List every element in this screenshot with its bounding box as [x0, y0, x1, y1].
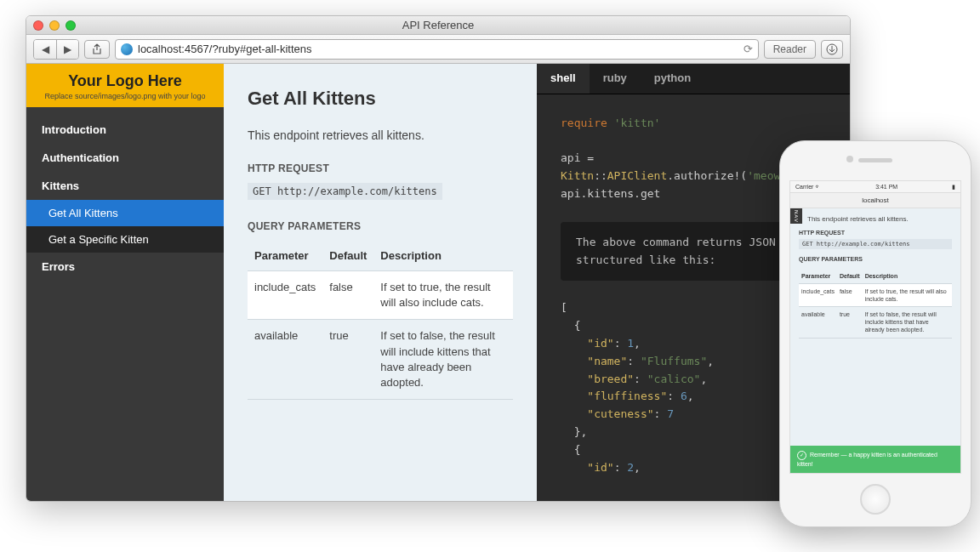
th-default: Default: [322, 241, 373, 271]
share-button[interactable]: [84, 40, 110, 59]
phone-screen: Carrier ᯤ 3:41 PM ▮ localhost NAV This e…: [789, 180, 961, 474]
tab-ruby[interactable]: ruby: [590, 64, 641, 94]
download-icon: [826, 43, 838, 55]
phone-th-desc: Description: [863, 269, 952, 284]
phone-http-label: HTTP REQUEST: [799, 230, 952, 236]
params-table: Parameter Default Description include_ca…: [248, 241, 513, 400]
back-button[interactable]: ◀: [34, 40, 56, 59]
phone-cell: false: [837, 284, 863, 307]
cell-default: true: [322, 320, 373, 400]
tab-python[interactable]: python: [641, 64, 704, 94]
cell-desc: If set to false, the result will include…: [373, 320, 513, 400]
url-bar[interactable]: localhost:4567/?ruby#get-all-kittens ⟳: [115, 39, 759, 60]
phone-nav-toggle[interactable]: NAV: [790, 208, 802, 224]
phone-th-default: Default: [837, 269, 863, 284]
cell-param: include_cats: [248, 271, 322, 320]
phone-cell: If set to false, the result will include…: [863, 307, 952, 338]
cell-default: false: [322, 271, 373, 320]
sidebar: Your Logo Here Replace source/images/log…: [26, 64, 224, 501]
phone-th-param: Parameter: [799, 269, 837, 284]
sidebar-subitem-get-all-kittens[interactable]: Get All Kittens: [26, 200, 224, 226]
content-panel: Get All Kittens This endpoint retrieves …: [224, 64, 537, 501]
forward-button[interactable]: ▶: [56, 40, 78, 59]
sidebar-subitem-get-specific-kitten[interactable]: Get a Specific Kitten: [26, 226, 224, 253]
share-icon: [91, 43, 103, 55]
phone-speaker-icon: [858, 158, 892, 162]
phone-battery-icon: ▮: [952, 184, 955, 191]
url-text: localhost:4567/?ruby#get-all-kittens: [138, 43, 738, 55]
http-request-label: HTTP REQUEST: [248, 162, 513, 174]
phone-row: include_cats false If set to true, the r…: [799, 284, 952, 307]
phone-addressbar[interactable]: localhost: [790, 193, 960, 208]
browser-window: API Reference ◀ ▶ localhost:4567/?ruby#g…: [26, 15, 851, 502]
logo-subtitle: Replace source/images/logo.png with your…: [33, 92, 217, 100]
th-parameter: Parameter: [248, 241, 322, 271]
phone-params-table: Parameter Default Description include_ca…: [799, 269, 952, 339]
query-params-label: QUERY PARAMETERS: [248, 220, 513, 232]
nav-buttons: ◀ ▶: [33, 39, 79, 60]
phone-http-code: GET http://example.com/kittens: [799, 239, 952, 249]
phone-content: This endpoint retrieves all kittens. HTT…: [790, 208, 960, 345]
logo-box: Your Logo Here Replace source/images/log…: [26, 64, 224, 107]
logo-title: Your Logo Here: [33, 72, 217, 90]
titlebar: API Reference: [26, 16, 850, 35]
sidebar-item-kittens[interactable]: Kittens: [26, 172, 224, 200]
phone-cell: include_cats: [799, 284, 837, 307]
sidebar-item-errors[interactable]: Errors: [26, 253, 224, 281]
iphone-mockup: Carrier ᯤ 3:41 PM ▮ localhost NAV This e…: [779, 140, 971, 527]
intro-text: This endpoint retrieves all kittens.: [248, 128, 513, 142]
cell-param: available: [248, 320, 322, 400]
window-title: API Reference: [26, 19, 850, 31]
phone-row: available true If set to false, the resu…: [799, 307, 952, 338]
sidebar-item-authentication[interactable]: Authentication: [26, 144, 224, 172]
phone-query-label: QUERY PARAMETERS: [799, 256, 952, 262]
th-description: Description: [373, 241, 513, 271]
phone-success-banner: Remember — a happy kitten is an authenti…: [790, 446, 960, 473]
page-heading: Get All Kittens: [248, 88, 513, 110]
browser-toolbar: ◀ ▶ localhost:4567/?ruby#get-all-kittens…: [26, 35, 850, 64]
viewport: Your Logo Here Replace source/images/log…: [26, 64, 850, 501]
reload-inline-button[interactable]: ⟳: [744, 43, 753, 55]
phone-statusbar: Carrier ᯤ 3:41 PM ▮: [790, 181, 960, 193]
phone-intro: This endpoint retrieves all kittens.: [807, 215, 952, 223]
sidebar-item-introduction[interactable]: Introduction: [26, 116, 224, 144]
phone-home-button[interactable]: [860, 484, 891, 515]
table-row: available true If set to false, the resu…: [248, 320, 513, 400]
phone-cell: available: [799, 307, 837, 338]
tab-shell[interactable]: shell: [537, 64, 590, 94]
downloads-button[interactable]: [821, 40, 843, 59]
phone-camera-icon: [846, 156, 853, 162]
reader-button[interactable]: Reader: [764, 40, 816, 59]
sidebar-nav: Introduction Authentication Kittens Get …: [26, 107, 224, 281]
phone-cell: true: [837, 307, 863, 338]
phone-time: 3:41 PM: [875, 184, 897, 190]
cell-desc: If set to true, the result will also inc…: [373, 271, 513, 320]
phone-carrier: Carrier ᯤ: [795, 184, 821, 190]
favicon-icon: [121, 43, 133, 55]
http-request-code: GET http://example.com/kittens: [248, 183, 442, 200]
language-tabs: shell ruby python: [537, 64, 850, 94]
table-row: include_cats false If set to true, the r…: [248, 271, 513, 320]
phone-cell: If set to true, the result will also inc…: [863, 284, 952, 307]
